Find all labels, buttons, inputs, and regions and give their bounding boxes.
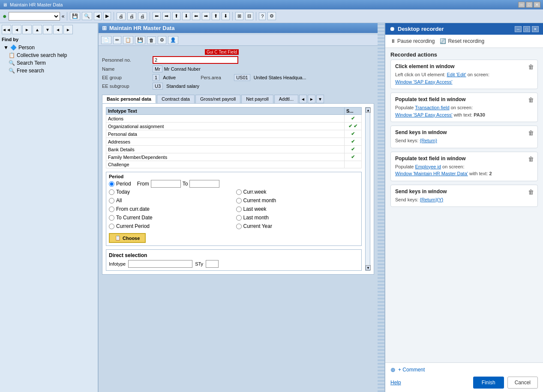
infotype-scrollbar[interactable]: ▲ ▼ xyxy=(365,107,370,271)
last-week-radio[interactable] xyxy=(236,206,242,212)
table-row[interactable]: Bank Details ✔ xyxy=(106,146,362,153)
action-screen-link[interactable]: Window 'SAP Easy Access' xyxy=(395,79,453,84)
sidebar-nav-down-btn[interactable]: ▼ xyxy=(43,25,52,34)
finish-btn[interactable]: Finish xyxy=(473,377,504,389)
save-record-btn[interactable]: 💾 xyxy=(135,36,145,44)
prev-find-btn[interactable]: ◀ xyxy=(94,12,102,20)
print3-btn[interactable]: 🖨 xyxy=(138,12,147,20)
print1-btn[interactable]: 🖨 xyxy=(117,12,126,20)
nav1-btn[interactable]: ⬅ xyxy=(153,12,161,20)
period-radio[interactable] xyxy=(109,181,114,187)
maximize-btn[interactable]: □ xyxy=(526,2,533,8)
current-year-radio[interactable] xyxy=(236,224,242,229)
table-row[interactable]: Addresses ✔ xyxy=(106,138,362,146)
tab-prev-btn[interactable]: ◄ xyxy=(299,95,307,103)
delete-action-btn[interactable]: 🗑 xyxy=(528,189,534,195)
current-month-radio[interactable] xyxy=(236,198,242,203)
sidebar-nav-back-btn[interactable]: ◄◄ xyxy=(2,25,11,34)
person-record-btn[interactable]: 👤 xyxy=(168,36,178,44)
sidebar-nav-right-btn[interactable]: ► xyxy=(63,25,73,34)
personnel-no-input[interactable] xyxy=(153,56,238,64)
sidebar-nav-prev-btn[interactable]: ◄ xyxy=(12,25,21,34)
tab-net-payroll[interactable]: Net payroll xyxy=(241,95,273,103)
help-btn[interactable]: Help xyxy=(390,380,401,386)
tab-gross-net-payroll[interactable]: Gross/net payroll xyxy=(195,95,240,103)
delete-record-btn[interactable]: 🗑 xyxy=(147,36,156,44)
nav7-btn[interactable]: ⬆ xyxy=(212,12,220,20)
nav4-btn[interactable]: ⬇ xyxy=(182,12,190,20)
close-btn[interactable]: ✕ xyxy=(534,2,540,8)
delete-action-btn[interactable]: 🗑 xyxy=(528,96,534,103)
choose-btn[interactable]: 📋 Choose xyxy=(109,233,146,243)
nav5-btn[interactable]: ⬅ xyxy=(192,12,200,20)
sidebar-nav-next-btn[interactable]: ► xyxy=(22,25,32,34)
current-period-radio[interactable] xyxy=(109,224,114,229)
delete-action-btn[interactable]: 🗑 xyxy=(528,63,534,70)
nav8-btn[interactable]: ⬇ xyxy=(222,12,230,20)
period-from-input[interactable] xyxy=(151,180,181,188)
nav-back-icon[interactable]: « xyxy=(62,13,65,19)
recorder-maximize-btn[interactable]: □ xyxy=(523,26,530,32)
edit-record-btn[interactable]: ✏ xyxy=(113,36,121,44)
table-row[interactable]: Personal data ✔ xyxy=(106,130,362,138)
delete-action-btn[interactable]: 🗑 xyxy=(528,129,534,136)
action-screen-link[interactable]: Window 'Maintain HR Master Data' xyxy=(395,171,468,176)
recorder-minimize-btn[interactable]: ─ xyxy=(515,26,522,32)
nav6-btn[interactable]: ➡ xyxy=(202,12,210,20)
action-link[interactable]: Edit 'Edit' xyxy=(447,72,466,77)
to-current-date-radio[interactable] xyxy=(109,215,114,221)
sidebar-item-person[interactable]: ▼ 🔷 Person xyxy=(2,44,96,51)
sidebar-item-search-term[interactable]: 🔍 Search Term xyxy=(7,59,96,67)
layout2-btn[interactable]: ⊟ xyxy=(245,12,253,20)
cancel-btn[interactable]: Cancel xyxy=(507,377,538,389)
tab-contract-data[interactable]: Contract data xyxy=(157,95,195,103)
table-row[interactable]: Organizational assignment ✔ ✔ xyxy=(106,123,362,130)
table-row[interactable]: Actions ✔ xyxy=(106,115,362,123)
currweek-radio[interactable] xyxy=(236,189,242,195)
nav2-btn[interactable]: ➡ xyxy=(162,12,171,20)
sidebar-item-free-search[interactable]: 🔍 Free search xyxy=(7,67,96,75)
nav3-btn[interactable]: ⬆ xyxy=(172,12,180,20)
period-to-input[interactable] xyxy=(189,180,219,188)
green-circle-icon[interactable]: ● xyxy=(3,12,7,20)
tab-basic-personal-data[interactable]: Basic personal data xyxy=(102,95,156,103)
table-row[interactable]: Family Member/Dependents ✔ xyxy=(106,153,362,161)
tab-addtl[interactable]: Addtl... xyxy=(274,95,298,103)
save-toolbar-btn[interactable]: 💾 xyxy=(70,12,80,20)
minimize-btn[interactable]: ─ xyxy=(518,2,525,8)
sidebar-nav-up-btn[interactable]: ▲ xyxy=(33,25,42,34)
delete-action-btn[interactable]: 🗑 xyxy=(528,156,534,162)
scroll-down-btn[interactable]: ▼ xyxy=(366,265,371,270)
next-find-btn[interactable]: ▶ xyxy=(103,12,111,20)
tab-next-btn[interactable]: ► xyxy=(308,95,315,103)
tab-menu-btn[interactable]: ▼ xyxy=(316,95,324,103)
today-radio[interactable] xyxy=(109,189,114,195)
all-radio[interactable] xyxy=(109,198,114,203)
find-btn[interactable]: 🔍 xyxy=(82,12,92,20)
scroll-up-btn[interactable]: ▲ xyxy=(366,108,371,113)
recorder-close-btn[interactable]: ✕ xyxy=(532,26,539,32)
infotype-input[interactable] xyxy=(128,260,192,268)
settings-record-btn[interactable]: ⚙ xyxy=(158,36,166,44)
transaction-combo[interactable] xyxy=(9,12,60,21)
pause-recording-btn[interactable]: ⏸ Pause recording xyxy=(390,38,435,44)
layout1-btn[interactable]: ⊞ xyxy=(235,12,243,20)
action-key-link[interactable]: {Return} xyxy=(420,138,437,143)
help-btn[interactable]: ? xyxy=(259,12,266,20)
reset-recording-btn[interactable]: 🔄 Reset recording xyxy=(440,38,484,44)
print2-btn[interactable]: 🖨 xyxy=(127,12,136,20)
from-curr-date-radio[interactable] xyxy=(109,206,114,212)
action-key-link[interactable]: {Return}{Y} xyxy=(420,197,443,202)
table-row[interactable]: Challenge xyxy=(106,161,362,168)
sidebar-item-collective[interactable]: 📋 Collective search help xyxy=(7,51,96,59)
last-month-radio[interactable] xyxy=(236,215,242,221)
sidebar-nav-left-btn[interactable]: ◄ xyxy=(53,25,63,34)
settings-btn[interactable]: ⚙ xyxy=(267,12,276,20)
copy-record-btn[interactable]: 📋 xyxy=(123,36,133,44)
new-record-btn[interactable]: 📄 xyxy=(101,36,111,44)
action-screen-link[interactable]: Window 'SAP Easy Access' xyxy=(395,112,453,117)
sty-input[interactable] xyxy=(206,260,219,268)
add-comment-btn[interactable]: ⊕ + Comment xyxy=(390,366,425,373)
action-link[interactable]: Transaction field xyxy=(415,105,449,110)
action-link[interactable]: Employee id xyxy=(415,164,441,169)
